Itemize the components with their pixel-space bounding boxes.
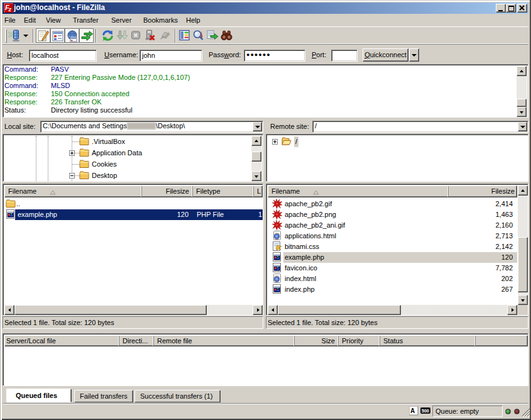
svg-text:500: 500 (422, 409, 429, 413)
svg-text:z: z (8, 6, 12, 13)
svg-text:A: A (410, 407, 415, 414)
